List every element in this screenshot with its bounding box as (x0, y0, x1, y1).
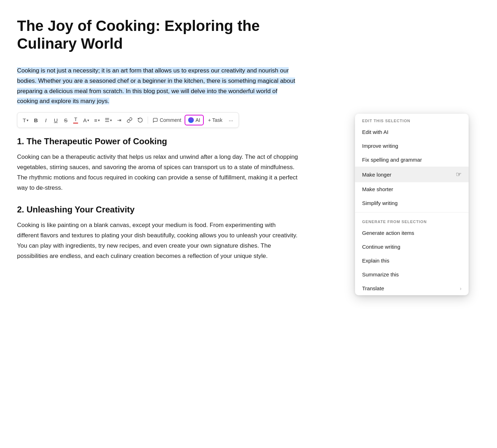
align-button[interactable]: ≡ ▾ (92, 115, 102, 125)
main-content: The Joy of Cooking: Exploring the Culina… (0, 0, 320, 290)
summarize-this-item[interactable]: Summarize this (355, 268, 469, 281)
selected-paragraph: Cooking is not just a necessity; it is a… (17, 66, 298, 107)
indent-button[interactable]: ⇥ (115, 115, 124, 125)
task-button[interactable]: + Task (205, 115, 225, 125)
make-longer-label: Make longer (362, 172, 392, 178)
text-style-label: T (23, 117, 26, 123)
explain-this-label: Explain this (362, 258, 389, 264)
edit-with-ai-item[interactable]: Edit with AI (355, 125, 469, 139)
comment-button[interactable]: Comment (151, 115, 183, 125)
document-title: The Joy of Cooking: Exploring the Culina… (17, 17, 298, 53)
link-button[interactable] (125, 115, 134, 125)
chevron-right-icon: › (460, 286, 462, 291)
text-color-button[interactable]: T (71, 115, 80, 125)
explain-this-item[interactable]: Explain this (355, 254, 469, 268)
ai-button[interactable]: AI (185, 115, 204, 125)
translate-item[interactable]: Translate › (355, 281, 469, 295)
summarize-this-label: Summarize this (362, 271, 399, 277)
list-button[interactable]: ☰ ▾ (103, 115, 114, 125)
make-shorter-label: Make shorter (362, 186, 393, 192)
make-longer-item[interactable]: Make longer ☞ (355, 167, 469, 182)
section1-heading: 1. The Therapeutic Power of Cooking (17, 136, 298, 146)
menu-divider (355, 212, 469, 212)
strikethrough-button[interactable]: S (61, 115, 70, 125)
edit-section-label: EDIT THIS SELECTION (355, 114, 469, 125)
continue-writing-label: Continue writing (362, 244, 400, 250)
more-options-button[interactable]: ··· (226, 115, 235, 125)
rotate-button[interactable] (136, 115, 145, 125)
generate-action-items-label: Generate action items (362, 230, 414, 236)
ai-button-label: AI (196, 117, 200, 123)
bold-button[interactable]: B (32, 115, 40, 125)
cursor-hand-icon: ☞ (456, 171, 462, 178)
font-button[interactable]: A ▾ (81, 115, 91, 125)
underline-button[interactable]: U (51, 115, 60, 125)
fix-spelling-label: Fix spelling and grammar (362, 157, 422, 163)
section1-body: Cooking can be a therapeutic activity th… (17, 152, 298, 193)
italic-button[interactable]: I (42, 115, 50, 125)
text-style-button[interactable]: T ▾ (21, 115, 30, 125)
formatting-toolbar: T ▾ B I U S T A ▾ ≡ ▾ ☰ ▾ (17, 112, 239, 128)
simplify-writing-label: Simplify writing (362, 200, 398, 206)
simplify-writing-item[interactable]: Simplify writing (355, 196, 469, 210)
ai-dropdown-menu: EDIT THIS SELECTION Edit with AI Improve… (355, 114, 469, 295)
make-shorter-item[interactable]: Make shorter (355, 182, 469, 196)
generate-action-items-item[interactable]: Generate action items (355, 226, 469, 240)
section2-heading: 2. Unleashing Your Creativity (17, 205, 298, 215)
ai-icon (188, 117, 194, 123)
translate-label: Translate (362, 285, 384, 291)
color-indicator (73, 123, 78, 124)
continue-writing-item[interactable]: Continue writing (355, 240, 469, 254)
improve-writing-item[interactable]: Improve writing (355, 139, 469, 153)
edit-with-ai-label: Edit with AI (362, 129, 388, 135)
text-style-arrow: ▾ (27, 118, 28, 122)
section2-body: Cooking is like painting on a blank canv… (17, 220, 298, 261)
toolbar-separator-1 (148, 117, 148, 124)
generate-section-label: GENERATE FROM SELECTION (355, 215, 469, 226)
improve-writing-label: Improve writing (362, 143, 398, 149)
fix-spelling-item[interactable]: Fix spelling and grammar (355, 153, 469, 167)
